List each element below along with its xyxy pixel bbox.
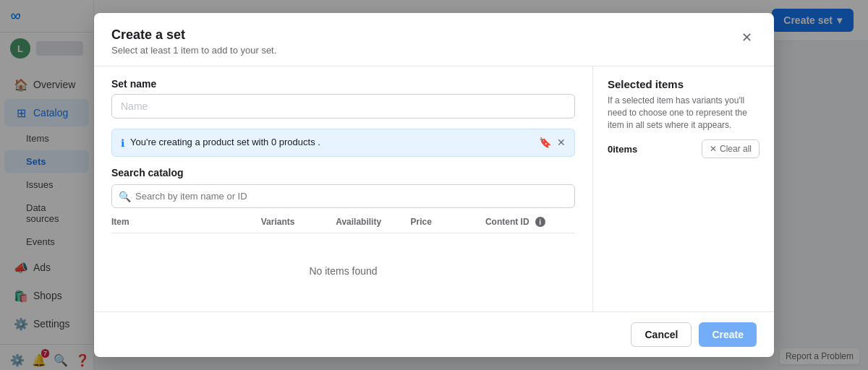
modal-close-button[interactable]: ✕ bbox=[736, 27, 757, 48]
info-bookmark-button[interactable]: 🔖 bbox=[539, 137, 551, 148]
set-name-label: Set name bbox=[111, 78, 575, 90]
info-banner-text: You're creating a product set with 0 pro… bbox=[130, 137, 533, 147]
modal-left-panel: Set name ℹ You're creating a product set… bbox=[94, 66, 593, 311]
search-catalog-label: Search catalog bbox=[111, 167, 575, 178]
col-item: Item bbox=[111, 217, 261, 227]
col-price: Price bbox=[411, 217, 485, 227]
col-availability: Availability bbox=[336, 217, 410, 227]
clear-all-x-icon: ✕ bbox=[710, 144, 717, 154]
modal-title: Create a set bbox=[111, 27, 276, 43]
set-name-input[interactable] bbox=[111, 94, 575, 119]
search-icon: 🔍 bbox=[119, 191, 131, 202]
create-set-modal: Create a set Select at least 1 item to a… bbox=[94, 13, 774, 357]
cancel-button[interactable]: Cancel bbox=[631, 322, 692, 347]
create-button[interactable]: Create bbox=[699, 322, 757, 347]
col-content-id: Content ID i bbox=[485, 217, 575, 227]
selected-items-description: If a selected item has variants you'll n… bbox=[608, 95, 760, 131]
clear-all-button[interactable]: ✕ Clear all bbox=[702, 139, 760, 158]
modal-body: Set name ℹ You're creating a product set… bbox=[94, 66, 774, 311]
info-banner: ℹ You're creating a product set with 0 p… bbox=[111, 129, 575, 157]
modal-header: Create a set Select at least 1 item to a… bbox=[94, 13, 774, 66]
col-variants: Variants bbox=[261, 217, 336, 227]
modal-footer: Cancel Create bbox=[94, 311, 774, 357]
table-header: Item Variants Availability Price Content… bbox=[111, 217, 575, 233]
no-items-message: No items found bbox=[111, 236, 575, 306]
content-id-info-icon[interactable]: i bbox=[535, 217, 545, 227]
selected-items-title: Selected items bbox=[608, 78, 760, 90]
modal-header-text: Create a set Select at least 1 item to a… bbox=[111, 27, 276, 56]
items-count-row: 0items ✕ Clear all bbox=[608, 139, 760, 158]
modal-subtitle: Select at least 1 item to add to your se… bbox=[111, 45, 276, 56]
items-count-label: items bbox=[613, 144, 637, 155]
info-icon: ℹ bbox=[121, 137, 124, 149]
modal-right-panel: Selected items If a selected item has va… bbox=[593, 66, 774, 311]
catalog-search-input[interactable] bbox=[111, 184, 575, 208]
clear-all-label: Clear all bbox=[720, 144, 752, 154]
search-input-wrap: 🔍 bbox=[111, 184, 575, 208]
info-actions: 🔖 ✕ bbox=[539, 137, 566, 148]
info-close-button[interactable]: ✕ bbox=[557, 137, 566, 148]
items-count: 0items bbox=[608, 144, 637, 155]
